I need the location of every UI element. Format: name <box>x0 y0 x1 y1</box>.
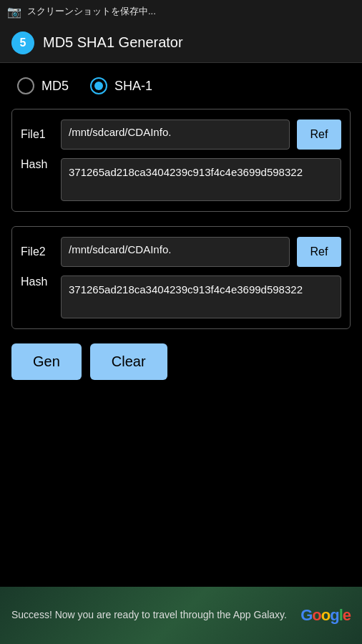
status-text: スクリーンショットを保存中... <box>27 5 156 18</box>
radio-sha1-circle[interactable] <box>90 77 107 94</box>
gen-button[interactable]: Gen <box>11 343 82 380</box>
file2-path[interactable]: /mnt/sdcard/CDAInfo. <box>61 237 290 267</box>
file1-ref-button[interactable]: Ref <box>297 119 341 150</box>
ad-text: Success! Now you are ready to travel thr… <box>11 608 292 623</box>
file2-card: File2 /mnt/sdcard/CDAInfo. Ref Hash 3712… <box>11 226 351 329</box>
file1-hash-label: Hash <box>21 158 54 171</box>
action-buttons: Gen Clear <box>11 343 351 380</box>
file2-label: File2 <box>21 245 54 258</box>
radio-sha1[interactable]: SHA-1 <box>90 77 152 94</box>
file1-row: File1 /mnt/sdcard/CDAInfo. Ref <box>21 119 341 150</box>
radio-group: MD5 SHA-1 <box>11 77 351 94</box>
screenshot-icon: 📷 <box>7 6 21 17</box>
file1-path[interactable]: /mnt/sdcard/CDAInfo. <box>61 119 290 150</box>
app-icon: 5 <box>11 31 34 54</box>
ad-banner[interactable]: Success! Now you are ready to travel thr… <box>0 587 362 644</box>
file2-hash-row: Hash 371265ad218ca3404239c913f4c4e3699d5… <box>21 275 341 318</box>
file2-ref-button[interactable]: Ref <box>297 237 341 267</box>
radio-md5-circle[interactable] <box>17 77 34 94</box>
radio-md5-label: MD5 <box>41 79 69 94</box>
file1-label: File1 <box>21 128 54 141</box>
file1-hash-row: Hash 371265ad218ca3404239c913f4c4e3699d5… <box>21 158 341 201</box>
app-bar: 5 MD5 SHA1 Generator <box>0 23 362 63</box>
clear-button[interactable]: Clear <box>90 343 167 380</box>
file1-card: File1 /mnt/sdcard/CDAInfo. Ref Hash 3712… <box>11 109 351 212</box>
radio-md5[interactable]: MD5 <box>17 77 69 94</box>
file2-row: File2 /mnt/sdcard/CDAInfo. Ref <box>21 237 341 267</box>
file2-hash-value: 371265ad218ca3404239c913f4c4e3699d598322 <box>61 275 341 318</box>
status-bar: 📷 スクリーンショットを保存中... <box>0 0 362 23</box>
file2-hash-label: Hash <box>21 275 54 288</box>
app-title: MD5 SHA1 Generator <box>43 34 183 51</box>
file1-hash-value: 371265ad218ca3404239c913f4c4e3699d598322 <box>61 158 341 201</box>
main-content: MD5 SHA-1 File1 /mnt/sdcard/CDAInfo. Ref… <box>0 63 362 394</box>
google-logo: Google <box>300 606 351 625</box>
radio-sha1-label: SHA-1 <box>114 79 152 94</box>
